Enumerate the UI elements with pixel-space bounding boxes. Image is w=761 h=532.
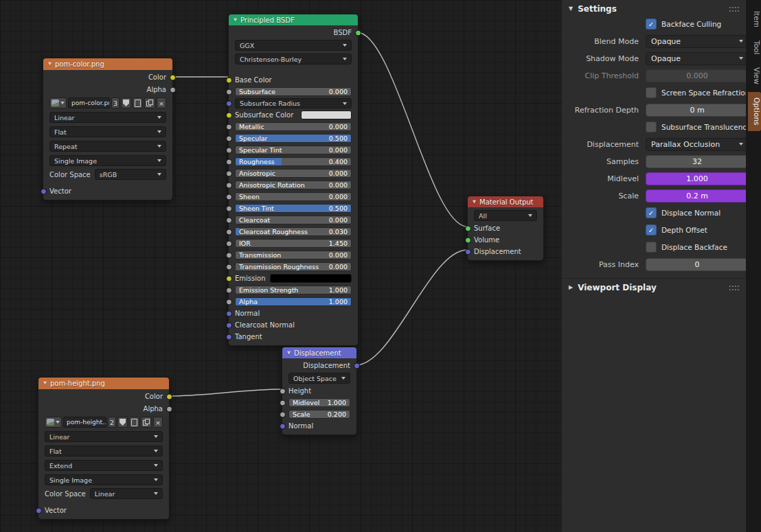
pass-index-field[interactable]: 0	[646, 258, 749, 271]
node-header[interactable]: ▼ Displacement	[282, 347, 356, 358]
displace-normal-checkbox[interactable]	[646, 207, 657, 218]
scale-slider[interactable]: 0.2 m	[646, 189, 749, 203]
metallic-socket[interactable]	[226, 124, 232, 130]
emission-strength-slider[interactable]: Emission Strength 1.000	[235, 286, 352, 294]
backface-culling-checkbox[interactable]	[646, 19, 657, 30]
node-material-output[interactable]: ▼ Material Output All Surface Volume Dis…	[467, 196, 544, 261]
tangent-socket[interactable]	[226, 334, 232, 340]
node-displacement[interactable]: ▼ Displacement Displacement Object Space…	[282, 347, 357, 435]
node-pom-height[interactable]: ▼ pom-height.png Color Alpha pom-height.…	[38, 377, 170, 520]
tab-view[interactable]: View	[748, 62, 761, 90]
sheen-tint-slider[interactable]: Sheen Tint 0.500	[235, 204, 352, 213]
normal-socket[interactable]	[226, 310, 232, 316]
ior-socket[interactable]	[226, 240, 232, 246]
subsurface-translucency-checkbox[interactable]	[646, 122, 657, 132]
panel-grip-icon[interactable]	[729, 286, 739, 290]
color-output-socket[interactable]	[166, 393, 172, 400]
shader-node-editor[interactable]: ▼ pom-color.png Color Alpha pom-color.pn…	[0, 0, 562, 532]
volume-socket[interactable]	[465, 237, 471, 243]
sheen-tint-socket[interactable]	[226, 205, 232, 211]
copy-datablock-button[interactable]	[141, 417, 152, 428]
node-header[interactable]: ▼ pom-color.png	[43, 58, 172, 70]
fake-user-toggle[interactable]	[117, 417, 128, 428]
collapse-icon[interactable]: ▼	[473, 200, 476, 205]
displace-backface-checkbox[interactable]	[646, 242, 657, 253]
image-name-field[interactable]: pom-color.png	[68, 97, 110, 108]
refraction-depth-field[interactable]: 0 m	[646, 104, 749, 117]
vector-input-socket[interactable]	[36, 507, 42, 513]
new-image-button[interactable]	[129, 417, 139, 428]
metallic-slider[interactable]: Metallic 0.000	[235, 122, 352, 131]
midlevel-slider[interactable]: 1.000	[646, 172, 749, 185]
collapse-icon[interactable]: ▼	[287, 351, 291, 356]
node-principled-bsdf[interactable]: ▼ Principled BSDF BSDF GGX Christensen-B…	[228, 14, 359, 346]
subsurface-method-select[interactable]: Christensen-Burley	[235, 54, 352, 65]
specular-tint-slider[interactable]: Specular Tint 0.000	[235, 146, 352, 154]
anisotropic-rotation-socket[interactable]	[226, 182, 232, 188]
midlevel-socket[interactable]	[280, 400, 286, 406]
subsurface-radius-field[interactable]: Subsurface Radius	[235, 98, 352, 108]
subsurface-color-socket[interactable]	[226, 112, 232, 118]
tab-options[interactable]: Options	[748, 92, 761, 131]
displacement-output-socket[interactable]	[354, 362, 360, 369]
clearcoat-roughness-slider[interactable]: Clearcoat Roughness 0.030	[235, 227, 352, 236]
displacement-socket[interactable]	[465, 248, 471, 255]
anisotropic-slider[interactable]: Anisotropic 0.000	[235, 169, 352, 178]
transmission-socket[interactable]	[226, 252, 232, 258]
node-header[interactable]: ▼ Material Output	[468, 196, 543, 207]
viewport-display-panel-header[interactable]: ▶ Viewport Display	[562, 278, 746, 297]
image-name-field[interactable]: pom-height...	[63, 417, 106, 428]
interpolation-select[interactable]: Linear	[45, 431, 163, 442]
alpha-output-socket[interactable]	[166, 406, 172, 412]
settings-panel-header[interactable]: ▼ Settings	[562, 0, 746, 18]
transmission-roughness-socket[interactable]	[226, 264, 232, 270]
image-users-count[interactable]: 3	[111, 97, 120, 108]
collapse-icon[interactable]: ▼	[48, 62, 52, 67]
collapse-icon[interactable]: ▼	[234, 18, 237, 23]
subsurface-socket[interactable]	[226, 89, 232, 95]
specular-tint-socket[interactable]	[226, 147, 232, 153]
node-header[interactable]: ▼ Principled BSDF	[229, 14, 358, 25]
scale-slider[interactable]: Scale 0.200	[288, 410, 350, 419]
emission-color-swatch[interactable]	[270, 274, 352, 283]
unlink-button[interactable]: ×	[153, 417, 163, 428]
color-space-select[interactable]: sRGB	[95, 169, 166, 180]
alpha-slider[interactable]: Alpha 1.000	[235, 297, 352, 306]
tab-tool[interactable]: Tool	[748, 35, 761, 60]
subsurface-color-swatch[interactable]	[301, 111, 352, 119]
source-select[interactable]: Single Image	[49, 155, 166, 166]
anisotropic-socket[interactable]	[226, 170, 232, 176]
transmission-roughness-slider[interactable]: Transmission Roughness 0.000	[235, 262, 352, 271]
alpha-output-socket[interactable]	[170, 86, 176, 93]
panel-grip-icon[interactable]	[729, 7, 739, 12]
extension-select[interactable]: Extend	[45, 460, 163, 471]
scale-socket[interactable]	[280, 411, 286, 417]
samples-field[interactable]: 32	[646, 155, 749, 168]
blend-mode-select[interactable]: Opaque	[646, 35, 749, 48]
image-browse-button[interactable]	[45, 417, 62, 428]
roughness-socket[interactable]	[226, 159, 232, 165]
specular-slider[interactable]: Specular 0.500	[235, 134, 352, 143]
screen-space-refraction-checkbox[interactable]	[646, 87, 657, 98]
distribution-select[interactable]: GGX	[235, 40, 352, 51]
clearcoat-slider[interactable]: Clearcoat 0.000	[235, 216, 352, 224]
copy-datablock-button[interactable]	[144, 97, 155, 108]
bsdf-output-socket[interactable]	[355, 30, 361, 36]
clearcoat-roughness-socket[interactable]	[226, 229, 232, 235]
vector-input-socket[interactable]	[41, 188, 47, 194]
target-select[interactable]: All	[474, 210, 537, 221]
tab-item[interactable]: Item	[748, 5, 761, 33]
space-select[interactable]: Object Space	[288, 373, 350, 384]
emission-strength-socket[interactable]	[226, 287, 232, 293]
unlink-button[interactable]: ×	[157, 97, 166, 108]
anisotropic-rotation-slider[interactable]: Anisotropic Rotation 0.000	[235, 181, 352, 189]
alpha-socket[interactable]	[226, 299, 232, 305]
displacement-method-select[interactable]: Parallax Occlusion	[646, 138, 749, 151]
height-socket[interactable]	[280, 388, 286, 394]
image-browse-button[interactable]	[49, 97, 67, 108]
normal-socket[interactable]	[280, 423, 286, 429]
transmission-slider[interactable]: Transmission 0.000	[235, 251, 352, 259]
sheen-socket[interactable]	[226, 194, 232, 200]
base-color-socket[interactable]	[226, 77, 232, 83]
node-header[interactable]: ▼ pom-height.png	[38, 378, 169, 389]
